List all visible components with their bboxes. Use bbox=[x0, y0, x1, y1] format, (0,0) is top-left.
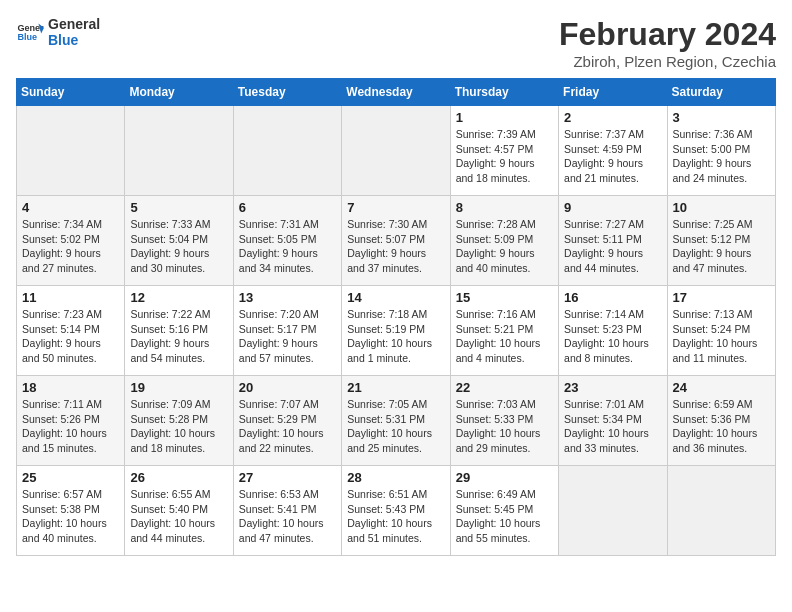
calendar-cell bbox=[17, 106, 125, 196]
calendar-cell: 24Sunrise: 6:59 AM Sunset: 5:36 PM Dayli… bbox=[667, 376, 775, 466]
day-number: 25 bbox=[22, 470, 119, 485]
calendar-week-row: 25Sunrise: 6:57 AM Sunset: 5:38 PM Dayli… bbox=[17, 466, 776, 556]
day-info: Sunrise: 7:36 AM Sunset: 5:00 PM Dayligh… bbox=[673, 127, 770, 186]
logo-general: General bbox=[48, 16, 100, 32]
calendar-cell: 17Sunrise: 7:13 AM Sunset: 5:24 PM Dayli… bbox=[667, 286, 775, 376]
calendar-week-row: 4Sunrise: 7:34 AM Sunset: 5:02 PM Daylig… bbox=[17, 196, 776, 286]
day-number: 3 bbox=[673, 110, 770, 125]
day-number: 29 bbox=[456, 470, 553, 485]
day-number: 28 bbox=[347, 470, 444, 485]
weekday-header-wednesday: Wednesday bbox=[342, 79, 450, 106]
day-info: Sunrise: 7:03 AM Sunset: 5:33 PM Dayligh… bbox=[456, 397, 553, 456]
svg-text:Blue: Blue bbox=[17, 32, 37, 42]
logo: General Blue General Blue bbox=[16, 16, 100, 48]
calendar-cell: 5Sunrise: 7:33 AM Sunset: 5:04 PM Daylig… bbox=[125, 196, 233, 286]
weekday-header-row: SundayMondayTuesdayWednesdayThursdayFrid… bbox=[17, 79, 776, 106]
day-number: 20 bbox=[239, 380, 336, 395]
weekday-header-saturday: Saturday bbox=[667, 79, 775, 106]
day-info: Sunrise: 7:22 AM Sunset: 5:16 PM Dayligh… bbox=[130, 307, 227, 366]
day-info: Sunrise: 6:59 AM Sunset: 5:36 PM Dayligh… bbox=[673, 397, 770, 456]
day-info: Sunrise: 7:09 AM Sunset: 5:28 PM Dayligh… bbox=[130, 397, 227, 456]
day-info: Sunrise: 6:57 AM Sunset: 5:38 PM Dayligh… bbox=[22, 487, 119, 546]
calendar-body: 1Sunrise: 7:39 AM Sunset: 4:57 PM Daylig… bbox=[17, 106, 776, 556]
calendar-cell bbox=[233, 106, 341, 196]
calendar-cell: 23Sunrise: 7:01 AM Sunset: 5:34 PM Dayli… bbox=[559, 376, 667, 466]
day-info: Sunrise: 7:34 AM Sunset: 5:02 PM Dayligh… bbox=[22, 217, 119, 276]
weekday-header-sunday: Sunday bbox=[17, 79, 125, 106]
day-info: Sunrise: 7:31 AM Sunset: 5:05 PM Dayligh… bbox=[239, 217, 336, 276]
day-number: 22 bbox=[456, 380, 553, 395]
day-info: Sunrise: 7:39 AM Sunset: 4:57 PM Dayligh… bbox=[456, 127, 553, 186]
calendar-cell: 1Sunrise: 7:39 AM Sunset: 4:57 PM Daylig… bbox=[450, 106, 558, 196]
title-area: February 2024 Zbiroh, Plzen Region, Czec… bbox=[559, 16, 776, 70]
day-info: Sunrise: 7:33 AM Sunset: 5:04 PM Dayligh… bbox=[130, 217, 227, 276]
day-info: Sunrise: 7:20 AM Sunset: 5:17 PM Dayligh… bbox=[239, 307, 336, 366]
day-info: Sunrise: 7:01 AM Sunset: 5:34 PM Dayligh… bbox=[564, 397, 661, 456]
calendar-cell bbox=[342, 106, 450, 196]
day-number: 6 bbox=[239, 200, 336, 215]
calendar-cell: 11Sunrise: 7:23 AM Sunset: 5:14 PM Dayli… bbox=[17, 286, 125, 376]
calendar-cell: 19Sunrise: 7:09 AM Sunset: 5:28 PM Dayli… bbox=[125, 376, 233, 466]
calendar-cell: 4Sunrise: 7:34 AM Sunset: 5:02 PM Daylig… bbox=[17, 196, 125, 286]
day-number: 7 bbox=[347, 200, 444, 215]
calendar-cell: 20Sunrise: 7:07 AM Sunset: 5:29 PM Dayli… bbox=[233, 376, 341, 466]
day-info: Sunrise: 7:27 AM Sunset: 5:11 PM Dayligh… bbox=[564, 217, 661, 276]
header: General Blue General Blue February 2024 … bbox=[16, 16, 776, 70]
day-info: Sunrise: 7:37 AM Sunset: 4:59 PM Dayligh… bbox=[564, 127, 661, 186]
day-number: 17 bbox=[673, 290, 770, 305]
day-number: 4 bbox=[22, 200, 119, 215]
calendar-cell bbox=[667, 466, 775, 556]
calendar-cell: 22Sunrise: 7:03 AM Sunset: 5:33 PM Dayli… bbox=[450, 376, 558, 466]
day-number: 14 bbox=[347, 290, 444, 305]
day-number: 26 bbox=[130, 470, 227, 485]
day-number: 12 bbox=[130, 290, 227, 305]
day-info: Sunrise: 7:14 AM Sunset: 5:23 PM Dayligh… bbox=[564, 307, 661, 366]
day-info: Sunrise: 6:55 AM Sunset: 5:40 PM Dayligh… bbox=[130, 487, 227, 546]
day-info: Sunrise: 6:49 AM Sunset: 5:45 PM Dayligh… bbox=[456, 487, 553, 546]
day-info: Sunrise: 7:23 AM Sunset: 5:14 PM Dayligh… bbox=[22, 307, 119, 366]
calendar-header: SundayMondayTuesdayWednesdayThursdayFrid… bbox=[17, 79, 776, 106]
calendar-cell: 27Sunrise: 6:53 AM Sunset: 5:41 PM Dayli… bbox=[233, 466, 341, 556]
day-number: 13 bbox=[239, 290, 336, 305]
weekday-header-tuesday: Tuesday bbox=[233, 79, 341, 106]
calendar-cell: 6Sunrise: 7:31 AM Sunset: 5:05 PM Daylig… bbox=[233, 196, 341, 286]
calendar-title: February 2024 bbox=[559, 16, 776, 53]
day-info: Sunrise: 7:13 AM Sunset: 5:24 PM Dayligh… bbox=[673, 307, 770, 366]
calendar-cell: 16Sunrise: 7:14 AM Sunset: 5:23 PM Dayli… bbox=[559, 286, 667, 376]
calendar-cell: 18Sunrise: 7:11 AM Sunset: 5:26 PM Dayli… bbox=[17, 376, 125, 466]
calendar-cell: 13Sunrise: 7:20 AM Sunset: 5:17 PM Dayli… bbox=[233, 286, 341, 376]
day-info: Sunrise: 7:07 AM Sunset: 5:29 PM Dayligh… bbox=[239, 397, 336, 456]
day-number: 1 bbox=[456, 110, 553, 125]
day-number: 21 bbox=[347, 380, 444, 395]
day-number: 11 bbox=[22, 290, 119, 305]
day-number: 18 bbox=[22, 380, 119, 395]
day-number: 5 bbox=[130, 200, 227, 215]
day-info: Sunrise: 7:30 AM Sunset: 5:07 PM Dayligh… bbox=[347, 217, 444, 276]
calendar-subtitle: Zbiroh, Plzen Region, Czechia bbox=[559, 53, 776, 70]
calendar-cell: 15Sunrise: 7:16 AM Sunset: 5:21 PM Dayli… bbox=[450, 286, 558, 376]
day-number: 16 bbox=[564, 290, 661, 305]
calendar-cell: 12Sunrise: 7:22 AM Sunset: 5:16 PM Dayli… bbox=[125, 286, 233, 376]
weekday-header-thursday: Thursday bbox=[450, 79, 558, 106]
calendar-cell: 9Sunrise: 7:27 AM Sunset: 5:11 PM Daylig… bbox=[559, 196, 667, 286]
day-info: Sunrise: 7:28 AM Sunset: 5:09 PM Dayligh… bbox=[456, 217, 553, 276]
calendar-week-row: 1Sunrise: 7:39 AM Sunset: 4:57 PM Daylig… bbox=[17, 106, 776, 196]
day-info: Sunrise: 7:05 AM Sunset: 5:31 PM Dayligh… bbox=[347, 397, 444, 456]
day-number: 10 bbox=[673, 200, 770, 215]
weekday-header-friday: Friday bbox=[559, 79, 667, 106]
day-info: Sunrise: 7:11 AM Sunset: 5:26 PM Dayligh… bbox=[22, 397, 119, 456]
calendar-cell: 21Sunrise: 7:05 AM Sunset: 5:31 PM Dayli… bbox=[342, 376, 450, 466]
day-number: 19 bbox=[130, 380, 227, 395]
calendar-cell: 28Sunrise: 6:51 AM Sunset: 5:43 PM Dayli… bbox=[342, 466, 450, 556]
calendar-cell: 2Sunrise: 7:37 AM Sunset: 4:59 PM Daylig… bbox=[559, 106, 667, 196]
calendar-week-row: 18Sunrise: 7:11 AM Sunset: 5:26 PM Dayli… bbox=[17, 376, 776, 466]
day-info: Sunrise: 6:51 AM Sunset: 5:43 PM Dayligh… bbox=[347, 487, 444, 546]
day-info: Sunrise: 7:18 AM Sunset: 5:19 PM Dayligh… bbox=[347, 307, 444, 366]
day-number: 27 bbox=[239, 470, 336, 485]
calendar-cell: 7Sunrise: 7:30 AM Sunset: 5:07 PM Daylig… bbox=[342, 196, 450, 286]
calendar-cell: 3Sunrise: 7:36 AM Sunset: 5:00 PM Daylig… bbox=[667, 106, 775, 196]
day-number: 23 bbox=[564, 380, 661, 395]
day-number: 9 bbox=[564, 200, 661, 215]
calendar-cell: 25Sunrise: 6:57 AM Sunset: 5:38 PM Dayli… bbox=[17, 466, 125, 556]
calendar-cell bbox=[125, 106, 233, 196]
